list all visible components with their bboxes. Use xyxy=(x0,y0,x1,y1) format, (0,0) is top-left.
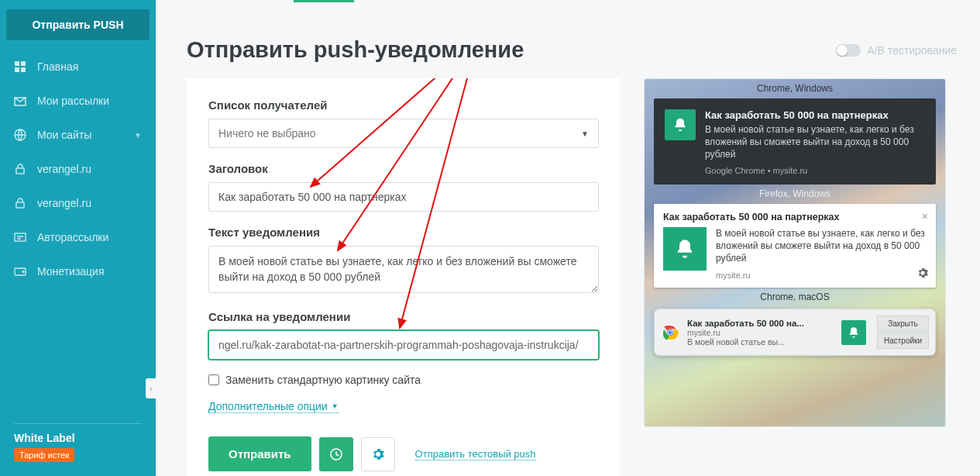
preview-source: mysite.ru xyxy=(716,271,927,280)
preview-chrome-windows: Как заработать 50 000 на партнерках В мо… xyxy=(654,98,936,185)
chrome-icon xyxy=(661,323,679,342)
schedule-button[interactable] xyxy=(319,437,353,471)
preview-source: Google Chrome • mysite.ru xyxy=(705,166,925,175)
sidebar-item-campaigns[interactable]: Мои рассылки xyxy=(0,84,156,118)
replace-image-label: Заменить стандартную картинку сайта xyxy=(225,374,421,386)
preview-title: Как заработать 50 000 на... xyxy=(687,319,834,328)
close-icon[interactable]: × xyxy=(922,210,928,222)
preview-label-chrome-mac: Chrome, macOS xyxy=(645,288,945,305)
bell-icon xyxy=(841,320,866,345)
link-label: Ссылка на уведомлении xyxy=(208,310,599,323)
collapse-sidebar-button[interactable]: ‹ xyxy=(146,378,156,398)
svg-rect-2 xyxy=(15,67,19,72)
sidebar-item-sites[interactable]: Мои сайты ▼ xyxy=(0,118,156,152)
ab-testing-label: А/В тестирование xyxy=(867,44,957,57)
sidebar-item-label: Главная xyxy=(37,60,78,73)
sidebar-item-label: Монетизация xyxy=(37,265,105,278)
svg-rect-8 xyxy=(15,233,26,241)
wallet-icon xyxy=(14,265,26,278)
sidebar-item-label: Мои сайты xyxy=(37,129,91,141)
bell-icon xyxy=(663,227,707,271)
svg-rect-0 xyxy=(15,61,19,66)
sidebar-item-label: verangel.ru xyxy=(37,163,91,175)
sidebar-item-home[interactable]: Главная xyxy=(0,50,156,84)
outbox-icon xyxy=(14,95,26,107)
preview-label-chrome-win: Chrome, Windows xyxy=(645,79,945,97)
autosend-icon xyxy=(14,231,26,243)
sidebar-item-monetization[interactable]: Монетизация xyxy=(0,254,156,288)
title-input[interactable] xyxy=(208,182,599,212)
replace-image-checkbox-row[interactable]: Заменить стандартную картинку сайта xyxy=(208,374,599,386)
sidebar-item-label: Мои рассылки xyxy=(37,95,109,107)
recipients-select[interactable]: Ничего не выбрано ▼ xyxy=(208,119,599,148)
preview-label-firefox-win: Firefox, Windows xyxy=(645,185,945,202)
link-input[interactable] xyxy=(208,330,599,360)
gear-icon[interactable] xyxy=(917,267,928,281)
sidebar-item-site-2[interactable]: verangel.ru xyxy=(0,186,156,220)
title-label: Заголовок xyxy=(208,162,599,175)
main-content: Отправить push-уведомление А/В тестирова… xyxy=(156,0,980,476)
dashboard-icon xyxy=(14,60,26,73)
send-button[interactable]: Отправить xyxy=(208,436,311,471)
chevron-down-icon: ▼ xyxy=(134,131,142,140)
body-textarea[interactable]: В моей новой статье вы узнаете, как легк… xyxy=(208,246,599,293)
preview-pane: Chrome, Windows Как заработать 50 000 на… xyxy=(644,78,946,427)
preview-title: Как заработать 50 000 на партнерках xyxy=(663,212,927,222)
sidebar-item-label: verangel.ru xyxy=(37,197,91,209)
active-tab-indicator xyxy=(294,0,354,2)
svg-rect-7 xyxy=(16,202,24,208)
sidebar-footer: White Label Тариф истек xyxy=(0,412,156,476)
lock-icon xyxy=(14,198,26,209)
sidebar: Отправить PUSH Главная Мои рассылки Мои … xyxy=(0,0,156,476)
advanced-options-label: Дополнительные опции xyxy=(208,400,328,412)
caret-down-icon: ▼ xyxy=(581,129,589,138)
advanced-options-toggle[interactable]: Дополнительные опции ▼ xyxy=(208,400,339,413)
preview-title: Как заработать 50 000 на партнерках xyxy=(705,109,925,121)
send-test-link[interactable]: Отправить тестовый push xyxy=(415,448,536,460)
settings-button[interactable] xyxy=(361,437,395,471)
sidebar-item-site-1[interactable]: verangel.ru xyxy=(0,152,156,186)
globe-icon xyxy=(14,129,26,141)
sidebar-item-label: Авторассылки xyxy=(37,231,108,243)
svg-rect-1 xyxy=(21,61,26,66)
send-push-button[interactable]: Отправить PUSH xyxy=(6,9,150,40)
page-title: Отправить push-уведомление xyxy=(187,37,524,63)
caret-down-icon: ▼ xyxy=(332,402,339,410)
preview-chrome-macos: Как заработать 50 000 на... mysite.ru В … xyxy=(654,309,936,356)
body-label: Текст уведомления xyxy=(208,226,599,239)
sidebar-item-autosend[interactable]: Авторассылки xyxy=(0,220,156,254)
recipients-label: Список получателей xyxy=(208,98,599,112)
preview-firefox-windows: Как заработать 50 000 на партнерках × В … xyxy=(654,204,936,288)
toggle-switch-icon xyxy=(836,44,861,57)
bell-icon xyxy=(665,109,696,140)
preview-body: В моей новой статье вы узнаете, как легк… xyxy=(705,123,925,161)
recipients-value: Ничего не выбрано xyxy=(218,127,316,140)
tariff-badge: Тариф истек xyxy=(14,448,74,462)
svg-rect-6 xyxy=(16,168,24,174)
preview-body: В моей новой статье вы узнаете, как легк… xyxy=(716,227,927,265)
ab-testing-toggle[interactable]: А/В тестирование xyxy=(836,44,957,57)
svg-rect-3 xyxy=(21,67,26,72)
white-label-link[interactable]: White Label xyxy=(14,432,142,444)
preview-body: В моей новой статье вы... xyxy=(687,337,834,347)
preview-source: mysite.ru xyxy=(687,328,834,337)
push-form-panel: Список получателей Ничего не выбрано ▼ З… xyxy=(187,78,621,476)
mac-settings-button[interactable]: Настройки xyxy=(877,333,929,349)
lock-icon xyxy=(14,164,26,174)
svg-point-10 xyxy=(22,271,24,273)
mac-close-button[interactable]: Закрыть xyxy=(877,316,929,332)
replace-image-checkbox[interactable] xyxy=(208,374,219,385)
svg-point-18 xyxy=(669,330,672,334)
